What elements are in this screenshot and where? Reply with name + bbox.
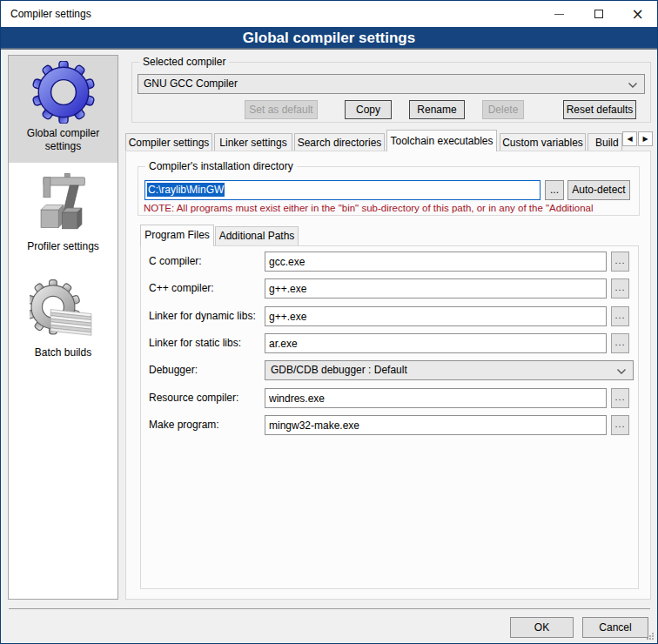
gear-blue-icon (32, 61, 95, 124)
installation-directory-legend: Compiler's installation directory (145, 160, 297, 172)
sidebar-item-label: Global compiler settings (9, 125, 118, 153)
resource-compiler-browse-button[interactable]: ... (611, 388, 629, 408)
chevron-down-icon (617, 369, 626, 374)
linker-static-input[interactable] (265, 333, 607, 353)
linker-static-browse-button[interactable]: ... (611, 333, 629, 353)
sidebar-item-label: Batch builds (9, 345, 118, 359)
left-arrow-icon: ◀ (627, 135, 632, 143)
right-arrow-icon: ▶ (642, 135, 648, 143)
cpp-compiler-input[interactable] (265, 278, 607, 299)
dialog-header: Global compiler settings (1, 27, 657, 50)
window-controls: × (540, 1, 657, 27)
tab-program-files[interactable]: Program Files (140, 225, 214, 246)
tab-linker-settings[interactable]: Linker settings (214, 133, 292, 151)
linker-dynamic-label: Linker for dynamic libs: (149, 306, 264, 326)
c-compiler-browse-button[interactable]: ... (611, 252, 629, 272)
resize-grip[interactable] (646, 632, 655, 641)
selected-compiler-legend: Selected compiler (139, 56, 229, 68)
rename-button[interactable]: Rename (409, 100, 465, 119)
tab-search-directories[interactable]: Search directories (294, 133, 385, 151)
resource-compiler-input[interactable] (265, 388, 607, 408)
tab-custom-variables[interactable]: Custom variables (500, 133, 586, 151)
sidebar-item-global-compiler-settings[interactable]: Global compiler settings (9, 56, 118, 163)
auto-detect-button[interactable]: Auto-detect (567, 180, 630, 200)
window-title: Compiler settings (10, 8, 91, 20)
make-program-input[interactable] (265, 415, 607, 435)
footer-divider (9, 608, 650, 609)
linker-dynamic-browse-button[interactable]: ... (611, 306, 629, 326)
ok-button[interactable]: OK (510, 617, 574, 638)
cpp-compiler-label: C++ compiler: (149, 278, 264, 299)
gear-stack-icon (30, 278, 97, 343)
titlebar: Compiler settings × (1, 1, 657, 27)
make-program-label: Make program: (149, 415, 264, 435)
cancel-button[interactable]: Cancel (582, 617, 648, 638)
installation-directory-input[interactable]: C:\raylib\MinGW (144, 180, 540, 200)
compiler-settings-dialog: Compiler settings × Global compiler sett… (0, 0, 658, 644)
minimize-button[interactable] (540, 1, 579, 27)
dialog-header-title: Global compiler settings (243, 30, 415, 46)
delete-button[interactable]: Delete (482, 100, 524, 119)
linker-dynamic-input[interactable] (265, 306, 607, 326)
maximize-button[interactable] (579, 1, 618, 27)
c-compiler-input[interactable] (265, 252, 607, 272)
tab-scroll-right-button[interactable]: ▶ (638, 131, 653, 146)
sidebar: Global compiler settings Profiler settin… (8, 55, 118, 600)
debugger-select-value: GDB/CDB debugger : Default (271, 364, 407, 376)
selected-path-text: C:\raylib\MinGW (147, 183, 225, 197)
tab-additional-paths[interactable]: Additional Paths (215, 226, 299, 245)
tab-compiler-settings[interactable]: Compiler settings (125, 133, 212, 151)
cpp-compiler-browse-button[interactable]: ... (611, 278, 629, 299)
minimize-icon (554, 14, 564, 15)
make-program-browse-button[interactable]: ... (611, 415, 629, 435)
compiler-select[interactable]: GNU GCC Compiler (138, 74, 645, 94)
maximize-icon (594, 10, 603, 18)
tab-scroll-left-button[interactable]: ◀ (622, 131, 637, 146)
sidebar-item-profiler-settings[interactable]: Profiler settings (9, 165, 118, 259)
note-text: NOTE: All programs must exist either in … (144, 203, 639, 216)
debugger-label: Debugger: (149, 360, 264, 380)
linker-static-label: Linker for static libs: (149, 333, 264, 353)
sidebar-item-label: Profiler settings (9, 238, 118, 253)
debugger-select[interactable]: GDB/CDB debugger : Default (265, 360, 634, 380)
tab-build-options[interactable]: Build options (588, 133, 622, 151)
tab-toolchain-executables[interactable]: Toolchain executables (386, 130, 497, 151)
chevron-down-icon (628, 83, 637, 88)
copy-button[interactable]: Copy (345, 100, 392, 119)
c-compiler-label: C compiler: (149, 252, 264, 272)
compiler-select-value: GNU GCC Compiler (144, 77, 238, 90)
close-icon: × (631, 7, 643, 22)
resource-compiler-label: Resource compiler: (149, 388, 264, 408)
sidebar-item-batch-builds[interactable]: Batch builds (9, 273, 118, 367)
close-button[interactable]: × (618, 1, 657, 27)
directory-browse-button[interactable]: ... (545, 180, 564, 200)
reset-defaults-button[interactable]: Reset defaults (563, 100, 636, 119)
caliper-icon (32, 171, 95, 237)
set-as-default-button[interactable]: Set as default (245, 100, 318, 119)
